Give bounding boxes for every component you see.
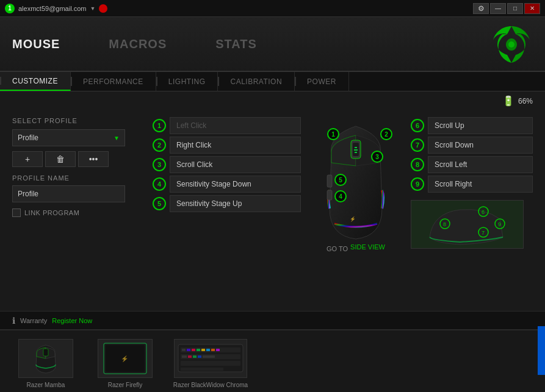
svg-rect-26	[181, 361, 240, 366]
delete-profile-button[interactable]: 🗑	[45, 151, 76, 167]
info-icon: ℹ	[12, 316, 15, 326]
right-button-mapping-8[interactable]: Scroll Left	[428, 156, 533, 173]
device-icon-blackwidow	[174, 339, 247, 378]
mouse-body: ⚡ 1 2 3 4 5	[316, 117, 395, 239]
right-button-mapping-9[interactable]: Scroll Right	[428, 176, 533, 193]
device-item-mamba[interactable]: Razer Mamba	[12, 339, 79, 388]
profile-dropdown[interactable]: Profile ▼	[12, 129, 125, 146]
button-mapping-3[interactable]: Scroll Click	[170, 156, 301, 173]
right-button-mapping-7[interactable]: Scroll Down	[428, 137, 533, 154]
right-button-number-7: 7	[411, 138, 424, 152]
link-program-checkbox[interactable]	[12, 208, 21, 217]
dropdown-arrow-icon: ▼	[114, 135, 120, 141]
button-mapping-5[interactable]: Sensitivity Stage Up	[170, 195, 301, 212]
battery-percentage: 66%	[518, 97, 533, 105]
mouse-label-5: 5	[334, 174, 347, 186]
right-button-mapping-6[interactable]: Scroll Up	[428, 117, 533, 134]
svg-rect-28	[182, 349, 186, 351]
tab-performance[interactable]: PERFORMANCE	[71, 72, 156, 91]
user-email: alexmct59@gmail.com	[18, 5, 86, 12]
svg-rect-32	[201, 349, 205, 351]
app-header: MOUSE MACROS STATS	[0, 17, 545, 72]
svg-rect-27	[181, 368, 223, 371]
main-content: SELECT PROFILE Profile ▼ + 🗑 ••• PROFILE…	[0, 108, 545, 311]
svg-rect-33	[206, 349, 210, 351]
right-button-row-7: 7 Scroll Down	[411, 137, 533, 154]
right-panel: 6 Scroll Up 7 Scroll Down 8 Scroll Left …	[411, 114, 533, 305]
button-mapping-1[interactable]: Left Click	[170, 117, 301, 134]
right-button-row-6: 6 Scroll Up	[411, 117, 533, 134]
svg-text:8: 8	[443, 221, 446, 227]
warranty-bar: ℹ Warranty Register Now	[0, 311, 545, 329]
warranty-text: Warranty	[20, 317, 47, 324]
button-row-5: 5 Sensitivity Stage Up	[153, 195, 301, 212]
link-program-label: LINK PROGRAM	[24, 209, 79, 216]
add-profile-button[interactable]: +	[12, 151, 43, 167]
profile-name-input[interactable]	[12, 185, 125, 202]
nav-links: MOUSE MACROS STATS	[12, 37, 257, 51]
tab-bar: CUSTOMIZE PERFORMANCE LIGHTING CALIBRATI…	[0, 72, 545, 91]
svg-rect-40	[203, 355, 215, 358]
button-number-3: 3	[153, 158, 166, 171]
maximize-button[interactable]: □	[507, 3, 523, 14]
tab-lighting[interactable]: LIGHTING	[156, 72, 218, 91]
razer-logo	[490, 23, 533, 66]
center-panel: 1 Left Click 2 Right Click 3 Scroll Clic…	[153, 114, 301, 305]
right-button-row-8: 8 Scroll Left	[411, 156, 533, 173]
svg-rect-36	[182, 355, 187, 358]
svg-rect-7	[327, 175, 332, 187]
settings-button[interactable]: ⚙	[473, 3, 489, 14]
device-name-firefly: Razer Firefly	[108, 382, 143, 388]
register-now-link[interactable]: Register Now	[52, 317, 92, 324]
button-row-4: 4 Sensitivity Stage Down	[153, 176, 301, 193]
device-name-mamba: Razer Mamba	[27, 382, 65, 388]
user-indicator: 1	[5, 4, 15, 13]
minimize-button[interactable]: —	[490, 3, 506, 14]
right-button-row-9: 9 Scroll Right	[411, 176, 533, 193]
nav-macros[interactable]: MACROS	[109, 37, 167, 51]
side-view-thumbnail[interactable]: 6 7 8 9	[411, 200, 524, 249]
select-profile-label: SELECT PROFILE	[12, 117, 146, 124]
title-bar: 1 alexmct59@gmail.com ▼ ⚙ — □ ✕	[0, 0, 545, 17]
close-button[interactable]: ✕	[524, 3, 540, 14]
right-button-number-6: 6	[411, 119, 424, 132]
device-icon-mamba	[18, 339, 73, 378]
svg-rect-31	[197, 349, 200, 351]
profile-value: Profile	[18, 134, 38, 142]
svg-rect-30	[192, 349, 195, 351]
tab-calibration[interactable]: CALIBRATION	[218, 72, 295, 91]
left-panel: SELECT PROFILE Profile ▼ + 🗑 ••• PROFILE…	[12, 114, 146, 305]
link-program-row: LINK PROGRAM	[12, 208, 146, 217]
tab-customize[interactable]: CUSTOMIZE	[0, 72, 71, 91]
title-bar-left: 1 alexmct59@gmail.com ▼	[5, 4, 107, 13]
right-button-number-9: 9	[411, 177, 424, 191]
window-controls: ⚙ — □ ✕	[473, 3, 540, 14]
device-bar: Razer Mamba ⚡ Razer Firefly	[0, 329, 545, 392]
button-mapping-4[interactable]: Sensitivity Stage Down	[170, 176, 301, 193]
scroll-handle[interactable]	[538, 326, 545, 375]
svg-rect-18	[43, 349, 48, 356]
svg-rect-29	[187, 349, 190, 351]
more-options-button[interactable]: •••	[78, 151, 109, 167]
svg-text:7: 7	[482, 230, 485, 236]
dropdown-arrow-icon[interactable]: ▼	[90, 5, 95, 12]
device-item-firefly[interactable]: ⚡ Razer Firefly	[92, 339, 159, 388]
profile-actions: + 🗑 •••	[12, 151, 146, 167]
svg-text:⚡: ⚡	[350, 216, 356, 222]
button-row-1: 1 Left Click	[153, 117, 301, 134]
svg-text:9: 9	[498, 221, 501, 227]
battery-bar: 🔋 66%	[0, 91, 545, 108]
nav-stats[interactable]: STATS	[215, 37, 257, 51]
button-mapping-2[interactable]: Right Click	[170, 137, 301, 154]
right-button-number-8: 8	[411, 158, 424, 171]
nav-mouse[interactable]: MOUSE	[12, 37, 60, 51]
button-row-3: 3 Scroll Click	[153, 156, 301, 173]
svg-rect-39	[198, 355, 201, 358]
svg-rect-35	[216, 349, 220, 351]
button-number-5: 5	[153, 197, 166, 210]
device-item-blackwidow[interactable]: Razer BlackWidow Chroma	[171, 339, 250, 388]
device-icon-firefly: ⚡	[98, 339, 153, 378]
mouse-label-3: 3	[371, 151, 383, 163]
go-to-label: GO TO	[327, 245, 348, 252]
tab-power[interactable]: POWER	[295, 72, 349, 91]
